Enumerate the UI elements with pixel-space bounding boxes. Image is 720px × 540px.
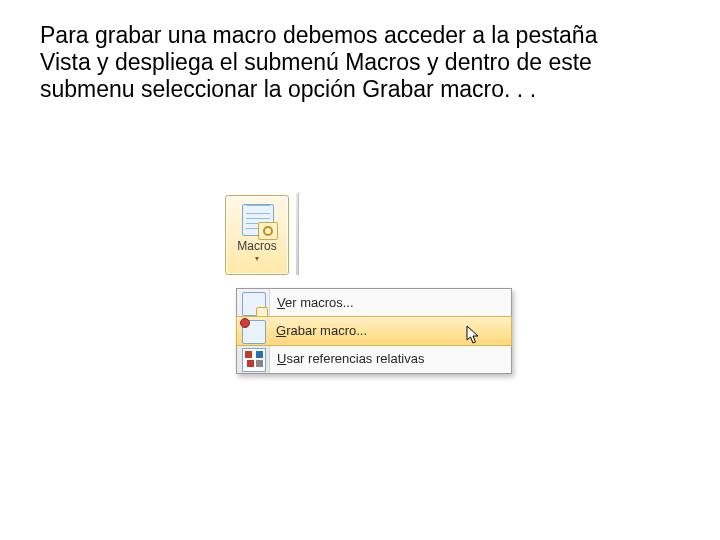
- macros-record-icon: [242, 320, 266, 344]
- macros-ribbon-button[interactable]: Macros ▾: [225, 195, 289, 275]
- menu-item-usar-referencias[interactable]: Usar referencias relativas: [237, 345, 511, 373]
- macros-relative-icon: [242, 348, 266, 372]
- menu-item-ver-macros[interactable]: Ver macros...: [237, 289, 511, 317]
- macros-view-icon: [242, 292, 266, 316]
- menu-item-label: Grabar macro...: [276, 323, 367, 338]
- macros-dropdown-menu: Ver macros... Grabar macro... Usar refer…: [236, 288, 512, 374]
- menu-item-label: Usar referencias relativas: [277, 351, 424, 366]
- ribbon-separator: [296, 193, 299, 275]
- chevron-down-icon: ▾: [226, 254, 288, 263]
- macros-ribbon-label: Macros: [226, 239, 288, 253]
- menu-item-grabar-macro[interactable]: Grabar macro...: [236, 316, 512, 346]
- macros-icon: [238, 202, 276, 238]
- instruction-text: Para grabar una macro debemos acceder a …: [40, 22, 640, 103]
- menu-item-label: Ver macros...: [277, 295, 354, 310]
